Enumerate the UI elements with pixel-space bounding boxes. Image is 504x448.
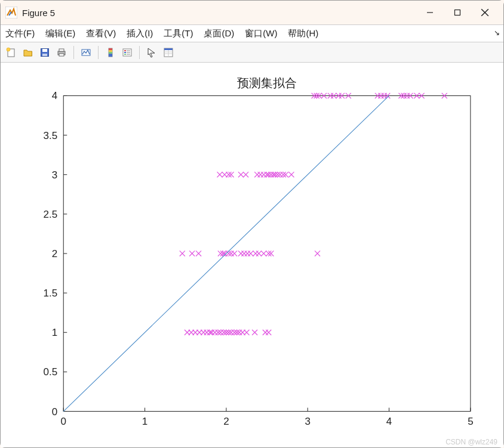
maximize-button[interactable] (444, 3, 471, 22)
svg-rect-2 (455, 10, 460, 16)
svg-text:0.5: 0.5 (44, 366, 58, 378)
svg-rect-9 (42, 54, 47, 56)
svg-rect-12 (59, 54, 64, 56)
svg-text:4: 4 (52, 90, 57, 101)
svg-text:0: 0 (61, 416, 66, 427)
svg-rect-31 (63, 95, 471, 411)
chart: 01234500.511.522.533.54预测集拟合 (1, 63, 503, 447)
svg-text:4: 4 (386, 416, 392, 427)
toolbar (1, 42, 503, 63)
svg-text:预测集拟合: 预测集拟合 (237, 76, 297, 89)
new-figure-button[interactable] (4, 45, 19, 60)
menu-tools[interactable]: 工具(T) (162, 27, 194, 41)
menu-desktop[interactable]: 桌面(D) (202, 27, 235, 41)
menu-insert[interactable]: 插入(I) (125, 27, 154, 41)
menu-edit[interactable]: 编辑(E) (44, 27, 76, 41)
window-controls (416, 3, 499, 22)
svg-text:3: 3 (52, 169, 57, 181)
matlab-icon (5, 7, 17, 18)
menu-view[interactable]: 查看(V) (85, 27, 117, 41)
plot-area[interactable]: 01234500.511.522.533.54预测集拟合 CSDN @wlz24… (1, 63, 503, 447)
svg-text:2.5: 2.5 (44, 209, 58, 220)
svg-text:2: 2 (52, 248, 57, 259)
menu-overflow-icon[interactable]: ↘ (494, 29, 500, 37)
svg-text:0: 0 (52, 406, 57, 418)
watermark: CSDN @wlz249 (445, 438, 497, 446)
save-button[interactable] (38, 45, 52, 60)
svg-text:1: 1 (142, 416, 147, 427)
svg-rect-18 (109, 54, 112, 57)
svg-point-6 (7, 48, 10, 51)
svg-rect-15 (109, 48, 112, 50)
menu-window[interactable]: 窗口(W) (244, 27, 278, 41)
svg-rect-21 (124, 52, 126, 53)
figure-window: Figure 5 文件(F) 编辑(E) 查看(V) 插入(I) 工具(T) 桌… (0, 0, 504, 448)
window-title: Figure 5 (22, 8, 416, 18)
svg-rect-8 (42, 49, 47, 52)
svg-text:5: 5 (468, 416, 473, 427)
open-button[interactable] (21, 45, 35, 60)
svg-text:2: 2 (223, 416, 229, 427)
svg-rect-16 (109, 50, 112, 52)
titlebar: Figure 5 (1, 1, 503, 24)
svg-rect-17 (109, 52, 112, 54)
svg-text:3.5: 3.5 (44, 130, 58, 141)
menubar: 文件(F) 编辑(E) 查看(V) 插入(I) 工具(T) 桌面(D) 窗口(W… (1, 24, 503, 42)
link-plot-button[interactable] (79, 45, 93, 60)
property-inspector-button[interactable] (161, 45, 176, 60)
close-button[interactable] (471, 3, 499, 22)
svg-text:1: 1 (52, 327, 57, 338)
minimize-button[interactable] (416, 3, 444, 22)
print-button[interactable] (54, 45, 69, 60)
svg-rect-11 (59, 49, 64, 51)
svg-rect-27 (164, 48, 173, 50)
toolbar-separator (98, 46, 99, 59)
svg-rect-20 (124, 50, 126, 51)
toolbar-separator (73, 46, 74, 59)
svg-rect-22 (124, 54, 126, 55)
svg-text:3: 3 (305, 416, 310, 427)
menu-help[interactable]: 帮助(H) (287, 27, 319, 41)
insert-colorbar-button[interactable] (103, 45, 118, 60)
svg-text:1.5: 1.5 (44, 288, 58, 299)
insert-legend-button[interactable] (120, 45, 134, 60)
toolbar-separator (139, 46, 140, 59)
menu-file[interactable]: 文件(F) (4, 27, 36, 41)
edit-plot-button[interactable] (145, 45, 159, 60)
